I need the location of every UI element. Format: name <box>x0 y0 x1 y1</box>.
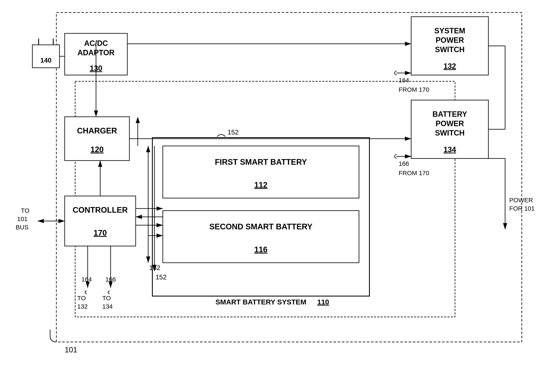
to-132-label2: 132 <box>77 303 88 310</box>
ssb-label: SECOND SMART BATTERY <box>209 222 312 231</box>
from-170-sps: FROM 170 <box>399 86 429 93</box>
charger-label: CHARGER <box>77 126 117 135</box>
svg-rect-11 <box>65 196 136 246</box>
label-166-bps: 166 <box>399 160 409 167</box>
sps-label3: SWITCH <box>435 45 465 54</box>
power-for-101-label: POWER <box>509 197 533 203</box>
label-152-bottom: 152 <box>156 273 167 281</box>
label-164-ctrl: 164 <box>81 276 92 283</box>
controller-number: 170 <box>93 228 107 237</box>
diagram-container: 101 AC/DC ADAPTOR 130 140 CHARGER 120 CO… <box>0 0 546 392</box>
ssb-number: 116 <box>254 245 267 254</box>
to-134-label: TO <box>102 295 111 302</box>
svg-rect-13 <box>163 146 359 198</box>
svg-rect-3 <box>32 45 59 68</box>
fsb-number: 112 <box>254 181 267 189</box>
controller-label: CONTROLLER <box>73 206 128 214</box>
from-170-bps: FROM 170 <box>399 170 429 177</box>
power-for-101-label2: FOR 101 <box>509 205 535 212</box>
label-166-ctrl: 166 <box>105 276 116 283</box>
sps-label2: POWER <box>436 36 464 44</box>
svg-rect-14 <box>163 211 359 263</box>
charger-number: 120 <box>90 145 104 154</box>
fsb-label: FIRST SMART BATTERY <box>215 158 307 166</box>
label-152-top: 152 <box>228 128 239 136</box>
to-101-bus-label3: BUS <box>16 224 29 231</box>
to-134-label2: 134 <box>102 303 113 310</box>
sps-label1: SYSTEM <box>434 26 465 35</box>
label-164-sps: 164 <box>399 77 409 84</box>
to-101-bus-label2: 101 <box>17 215 27 222</box>
sbs-number: 110 <box>317 298 329 306</box>
sps-number: 132 <box>443 62 456 70</box>
plug-number: 140 <box>40 57 51 64</box>
bps-label2: POWER <box>436 119 464 128</box>
svg-rect-10 <box>65 117 130 161</box>
bps-label1: BATTERY <box>432 110 467 118</box>
bps-number: 134 <box>443 145 456 154</box>
sbs-label: SMART BATTERY SYSTEM <box>215 298 306 306</box>
label-101: 101 <box>65 346 77 354</box>
to-101-bus-label: TO <box>21 207 29 214</box>
to-132-label: TO <box>77 295 86 302</box>
bps-label3: SWITCH <box>435 129 465 137</box>
